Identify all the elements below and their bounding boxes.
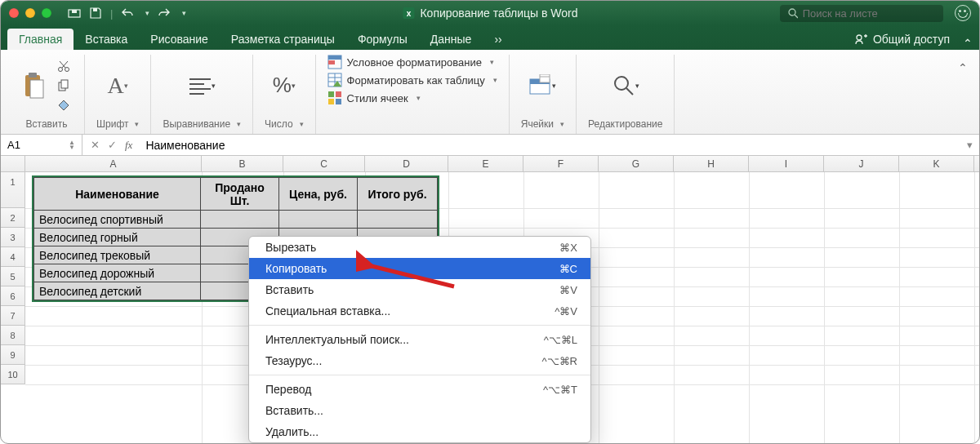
svg-rect-2 — [93, 8, 97, 11]
autosave-icon[interactable] — [68, 7, 81, 20]
row-header[interactable]: 4 — [1, 247, 25, 267]
minimize-window-icon[interactable] — [25, 8, 35, 18]
alignment-button[interactable]: ▾ — [188, 72, 216, 100]
col-header[interactable]: J — [824, 156, 899, 171]
font-button[interactable]: A▾ — [104, 72, 131, 100]
save-icon[interactable] — [89, 7, 102, 20]
menu-item-label: Вставить — [265, 283, 314, 296]
group-label-editing: Редактирование — [588, 118, 662, 130]
column-headers: A B C D E F G H I J K — [1, 156, 979, 172]
cell[interactable]: Велосипед горный — [34, 229, 201, 246]
menu-item-shortcut: ^⌥⌘R — [542, 355, 578, 367]
context-menu-item[interactable]: Вставить... — [249, 400, 590, 421]
conditional-formatting-button[interactable]: Условное форматирование▾ — [327, 55, 497, 69]
redo-icon[interactable] — [158, 7, 171, 20]
table-header: Итого руб. — [358, 178, 438, 211]
svg-point-5 — [789, 9, 795, 16]
col-header[interactable]: E — [448, 156, 523, 171]
context-menu-item[interactable]: Перевод^⌥⌘T — [249, 379, 590, 400]
align-icon — [188, 76, 212, 95]
tab-draw[interactable]: Рисование — [139, 29, 220, 50]
number-button[interactable]: %▾ — [270, 72, 298, 100]
tab-overflow[interactable]: ›› — [483, 29, 513, 50]
row-header[interactable]: 7 — [1, 306, 25, 326]
fx-icon[interactable]: fx — [125, 139, 132, 152]
collapse-ribbon-icon[interactable]: ⌃ — [963, 37, 973, 50]
find-icon — [612, 73, 635, 98]
formula-input[interactable] — [140, 139, 960, 152]
table-row[interactable]: Велосипед спортивный — [34, 211, 438, 229]
copy-icon[interactable] — [55, 78, 73, 93]
col-header[interactable]: F — [523, 156, 599, 171]
col-header[interactable]: I — [749, 156, 824, 171]
format-painter-icon[interactable] — [55, 98, 73, 113]
editing-button[interactable]: ▾ — [612, 72, 639, 100]
context-menu-item[interactable]: Интеллектуальный поиск...^⌥⌘L — [249, 329, 590, 350]
namebox-stepper[interactable]: ▲▼ — [69, 140, 75, 150]
menu-item-shortcut: ^⌥⌘L — [544, 334, 577, 346]
tab-page-layout[interactable]: Разметка страницы — [220, 29, 346, 50]
context-menu-item[interactable]: Копировать⌘C — [249, 258, 590, 279]
col-header[interactable]: G — [599, 156, 674, 171]
context-menu-item[interactable]: Удалить... — [249, 421, 590, 442]
table-header: Цена, руб. — [279, 178, 358, 211]
format-as-table-button[interactable]: Форматировать как таблицу▾ — [327, 73, 497, 87]
svg-rect-24 — [328, 56, 341, 60]
row-header[interactable]: 2 — [1, 208, 25, 228]
undo-icon[interactable] — [121, 7, 134, 20]
context-menu: Вырезать⌘XКопировать⌘CВставить⌘VСпециаль… — [248, 236, 591, 443]
context-menu-item[interactable]: Специальная вставка...^⌘V — [249, 300, 590, 322]
row-header[interactable]: 8 — [1, 326, 25, 345]
paste-button[interactable] — [20, 72, 48, 100]
select-all-corner[interactable] — [1, 156, 25, 171]
col-header[interactable]: A — [25, 156, 202, 171]
context-menu-item[interactable]: Тезаурус...^⌥⌘R — [249, 350, 590, 371]
as-table-icon — [327, 73, 342, 87]
name-box[interactable]: A1 ▲▼ — [1, 135, 82, 155]
share-button[interactable]: Общий доступ — [847, 29, 958, 50]
maximize-window-icon[interactable] — [42, 8, 51, 18]
cell-styles-button[interactable]: Стили ячеек▾ — [327, 91, 497, 105]
tab-home[interactable]: Главная — [7, 29, 74, 50]
context-menu-item[interactable]: Вставить⌘V — [249, 279, 590, 300]
window-controls — [9, 8, 51, 18]
cell[interactable]: Велосипед спортивный — [34, 211, 201, 229]
col-header[interactable]: C — [283, 156, 365, 171]
svg-rect-31 — [336, 91, 341, 97]
search-input[interactable] — [803, 7, 935, 20]
menu-item-label: Специальная вставка... — [265, 304, 390, 317]
titlebar: | ▾ ▾ x Копирование таблицы в Word — [1, 1, 979, 25]
group-clipboard: Вставить — [9, 55, 85, 134]
tab-formulas[interactable]: Формулы — [346, 29, 419, 50]
search-box[interactable] — [780, 5, 943, 22]
close-window-icon[interactable] — [9, 8, 19, 18]
svg-line-39 — [626, 88, 633, 95]
cell[interactable]: Велосипед дорожный — [34, 264, 201, 282]
document-title: x Копирование таблицы в Word — [402, 7, 577, 20]
col-header[interactable]: H — [674, 156, 749, 171]
row-header[interactable]: 6 — [1, 286, 25, 306]
tab-insert[interactable]: Вставка — [74, 29, 139, 50]
col-header[interactable]: B — [202, 156, 283, 171]
row-header[interactable]: 1 — [1, 172, 25, 208]
cancel-formula-icon[interactable]: ✕ — [91, 139, 100, 151]
row-header[interactable]: 9 — [1, 345, 25, 365]
row-header[interactable]: 5 — [1, 267, 25, 286]
cond-fmt-icon — [327, 55, 342, 69]
row-header[interactable]: 3 — [1, 228, 25, 247]
menu-item-label: Интеллектуальный поиск... — [265, 333, 409, 346]
expand-formula-bar-icon[interactable]: ▾ — [960, 139, 979, 151]
cell[interactable]: Велосипед трековый — [34, 246, 201, 264]
cells-button[interactable]: ▾ — [528, 72, 556, 100]
tab-data[interactable]: Данные — [419, 29, 483, 50]
search-icon — [788, 8, 798, 19]
col-header[interactable]: K — [899, 156, 974, 171]
col-header[interactable]: D — [365, 156, 448, 171]
cell[interactable]: Велосипед детский — [34, 282, 201, 300]
ribbon-collapse-icon[interactable]: ⌃ — [955, 58, 971, 78]
cut-icon[interactable] — [55, 59, 73, 73]
row-header[interactable]: 10 — [1, 365, 25, 384]
feedback-icon[interactable] — [955, 5, 971, 21]
context-menu-item[interactable]: Вырезать⌘X — [249, 237, 590, 258]
accept-formula-icon[interactable]: ✓ — [108, 139, 117, 151]
